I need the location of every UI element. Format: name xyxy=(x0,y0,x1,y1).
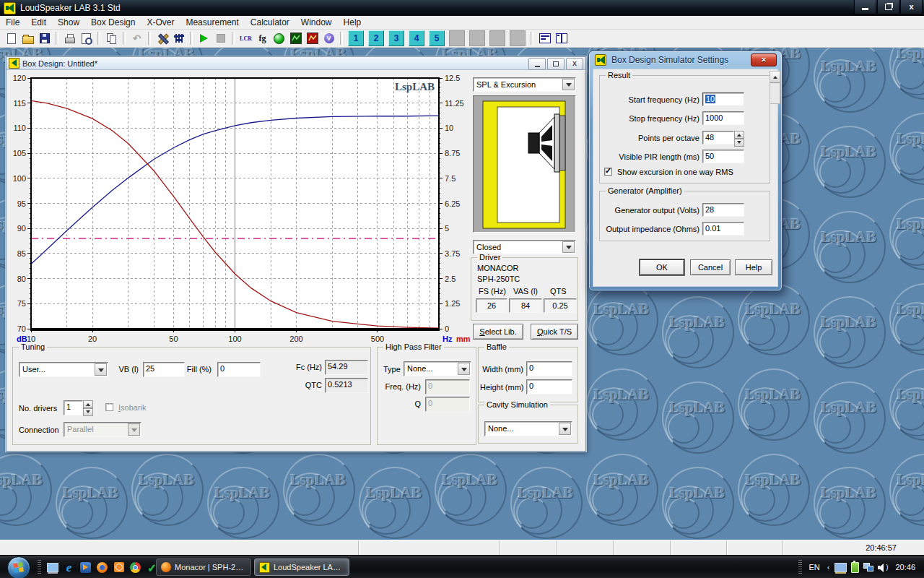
copy-button[interactable] xyxy=(103,30,120,46)
language-bar-icon[interactable] xyxy=(834,563,847,572)
cavity-group: Cavity Simulation None... xyxy=(478,405,578,444)
status-panel xyxy=(557,540,614,555)
taskbar-item-loudspeaker-lab[interactable]: LoudSpeaker LAB 3.... xyxy=(254,558,349,576)
network-icon[interactable] xyxy=(863,563,873,571)
svg-text:5: 5 xyxy=(445,224,449,233)
scroll-up-icon[interactable] xyxy=(770,72,780,83)
fg-generator-button[interactable]: fg xyxy=(254,30,271,46)
child-close-button[interactable]: X xyxy=(566,58,583,70)
fill-input[interactable]: 0 xyxy=(217,362,261,377)
save-button[interactable] xyxy=(36,30,53,46)
chevron-down-icon[interactable] xyxy=(559,423,571,435)
child-restore-button[interactable] xyxy=(547,58,565,70)
hpf-freq-label: Freq. (Hz) xyxy=(383,382,421,391)
start-frequency-input[interactable]: 10 xyxy=(702,92,744,106)
lcr-meter-button[interactable]: LCR xyxy=(237,30,254,46)
sphere-meter-button[interactable] xyxy=(271,30,287,46)
box-type-select[interactable]: Closed xyxy=(473,240,576,254)
baffle-width-input[interactable]: 0 xyxy=(526,361,572,376)
print-button[interactable] xyxy=(61,30,78,46)
ok-button[interactable]: OK xyxy=(640,259,684,275)
overlay-2-button[interactable]: 2 xyxy=(368,30,384,46)
box-design-titlebar[interactable]: Box Design: Untitled* X xyxy=(6,57,585,70)
hpf-type-select[interactable]: None... xyxy=(404,361,471,376)
new-file-button[interactable] xyxy=(3,30,19,46)
impedance-v-button[interactable]: V xyxy=(321,30,337,46)
start-button[interactable] xyxy=(7,556,30,578)
select-lib-button[interactable]: Select Lib. xyxy=(473,324,523,340)
language-indicator[interactable]: EN xyxy=(809,563,820,571)
svg-text:7.5: 7.5 xyxy=(445,174,456,183)
hpf-type-label: Type xyxy=(383,365,401,374)
chrome-icon[interactable] xyxy=(128,561,142,574)
menu-box-design[interactable]: Box Design xyxy=(85,16,141,29)
chevron-down-icon[interactable] xyxy=(562,241,575,253)
restore-button[interactable] xyxy=(877,0,899,14)
overlay-3-button[interactable]: 3 xyxy=(388,30,404,46)
internet-explorer-icon[interactable]: e xyxy=(62,561,76,574)
clock-icon[interactable] xyxy=(112,561,126,574)
print-preview-button[interactable] xyxy=(78,30,95,46)
chevron-down-icon[interactable] xyxy=(458,363,470,375)
quick-ts-button[interactable]: Quick T/S xyxy=(531,324,578,340)
cavity-select[interactable]: None... xyxy=(484,421,572,436)
overlay-4-button[interactable]: 4 xyxy=(409,30,424,46)
chevron-down-icon[interactable] xyxy=(562,79,575,90)
show-excursion-checkbox[interactable] xyxy=(604,168,612,176)
points-per-octave-spinner[interactable] xyxy=(734,131,744,144)
qtc-label: QTC xyxy=(267,381,322,389)
svg-text:0: 0 xyxy=(445,324,449,333)
taskbar-item-monacor[interactable]: Monacor | SPH-250... xyxy=(156,558,251,576)
arrange-horizontal-button[interactable] xyxy=(536,30,553,46)
firefox-icon[interactable] xyxy=(95,561,109,574)
box-design-tools-button[interactable] xyxy=(154,30,170,46)
stop-frequency-input[interactable]: 1000 xyxy=(702,111,744,125)
minimize-button[interactable] xyxy=(854,0,876,14)
menu-window[interactable]: Window xyxy=(295,16,338,29)
baffle-height-input[interactable]: 0 xyxy=(526,379,572,394)
arrange-vertical-button[interactable] xyxy=(553,30,570,46)
menu-file[interactable]: File xyxy=(0,16,25,29)
start-measurement-button[interactable] xyxy=(196,30,212,46)
toolbar: ↶LCRfgV12345 xyxy=(0,30,924,48)
green-analyzer-button[interactable] xyxy=(287,30,304,46)
cancel-button[interactable]: Cancel xyxy=(690,259,731,275)
app-logo-icon xyxy=(595,54,606,66)
media-player-icon[interactable] xyxy=(79,561,92,574)
close-button[interactable]: x xyxy=(900,0,923,14)
isobarik-checkbox[interactable] xyxy=(105,403,113,411)
menu-calculator[interactable]: Calculator xyxy=(245,16,295,29)
wallpaper-tile: LspLAB xyxy=(888,195,924,280)
menu-help[interactable]: Help xyxy=(338,16,367,29)
qts-value: 0.25 xyxy=(544,298,577,313)
mdi-scrollbar[interactable] xyxy=(770,71,780,104)
show-desktop-icon[interactable] xyxy=(45,561,59,574)
no-drivers-spinner[interactable] xyxy=(83,400,93,415)
child-minimize-button[interactable] xyxy=(528,58,546,70)
menu-show[interactable]: Show xyxy=(52,16,85,29)
quick-launch-handle[interactable] xyxy=(38,560,41,574)
red-analyzer-button[interactable] xyxy=(304,30,321,46)
qtc-output: 0.5213 xyxy=(325,378,368,393)
qts-label: QTS xyxy=(550,287,567,296)
view-select[interactable]: SPL & Excursion xyxy=(473,77,576,92)
generator-output-input[interactable]: 28 xyxy=(702,203,744,217)
menu-edit[interactable]: Edit xyxy=(25,16,52,29)
output-impedance-input[interactable]: 0.01 xyxy=(702,222,744,236)
svg-text:2.5: 2.5 xyxy=(445,275,456,283)
pir-length-input[interactable]: 50 xyxy=(702,150,744,163)
tuning-preset-select[interactable]: User... xyxy=(19,362,108,377)
help-button[interactable]: Help xyxy=(735,259,772,275)
dialog-close-button[interactable]: ✕ xyxy=(751,53,777,66)
xover-mixer-button[interactable] xyxy=(170,30,187,46)
points-per-octave-input[interactable]: 48 xyxy=(702,131,734,144)
no-drivers-input[interactable]: 1 xyxy=(64,400,83,415)
overlay-5-button[interactable]: 5 xyxy=(429,30,445,46)
menu-x-over[interactable]: X-Over xyxy=(141,16,180,29)
overlay-1-button[interactable]: 1 xyxy=(348,30,364,46)
battery-icon[interactable] xyxy=(851,562,859,573)
open-file-button[interactable] xyxy=(19,30,36,46)
tray-expand-icon[interactable]: ‹ xyxy=(827,563,830,571)
menu-measurement[interactable]: Measurement xyxy=(180,16,244,29)
volume-icon[interactable]: ) xyxy=(878,563,889,572)
